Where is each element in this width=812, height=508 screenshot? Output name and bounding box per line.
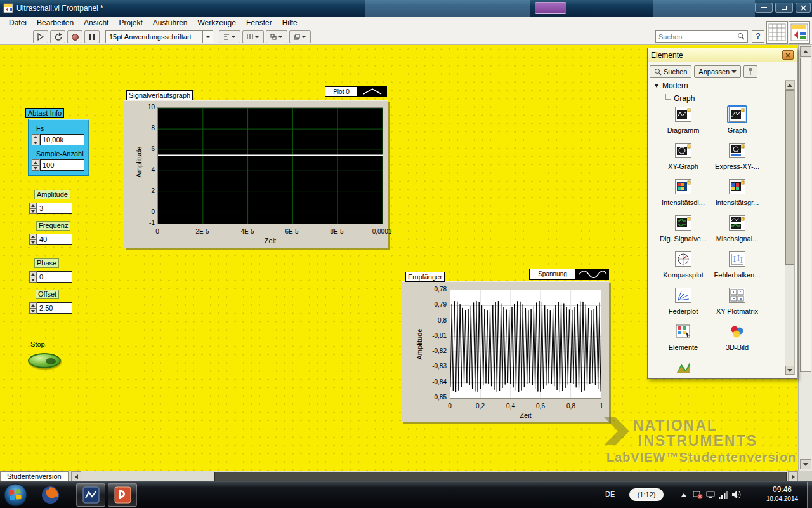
network-signal-icon[interactable] <box>718 490 728 500</box>
palette-item-express-xy-graph[interactable]: Express-XY-... <box>712 142 762 170</box>
menu-ausfuehren[interactable]: Ausführen <box>148 18 193 27</box>
sample-anzahl-spinner[interactable] <box>32 159 39 171</box>
removable-device-icon[interactable] <box>705 490 716 500</box>
palette-item-kompassplot[interactable]: Kompassplot <box>658 250 708 279</box>
palette-item-intensity-chart[interactable]: Intensitätsdi... <box>658 178 708 206</box>
scroll-up-icon[interactable] <box>785 81 794 90</box>
align-objects-button[interactable] <box>219 30 240 43</box>
palette-item-xy-graph[interactable]: XY-Graph <box>658 142 708 170</box>
help-button[interactable]: ? <box>752 30 764 43</box>
graph-label: Empfänger <box>405 272 445 282</box>
menu-ansicht[interactable]: Ansicht <box>79 18 114 27</box>
palette-item-xy-plotmatrix[interactable]: XY-Plotmatrix <box>712 286 762 315</box>
legend-plot-name[interactable]: Spannung <box>529 269 576 280</box>
palette-item-diagramm[interactable]: Diagramm <box>658 105 708 134</box>
pause-button[interactable] <box>84 30 100 43</box>
frequenz-field[interactable]: 40 <box>37 234 72 245</box>
palette-item-3d-bild[interactable]: 3D-Bild <box>712 323 762 351</box>
palette-scrollbar[interactable] <box>785 80 795 375</box>
tab-studentenversion[interactable]: Studentenversion <box>0 471 69 482</box>
palette-item-3d-surface[interactable] <box>658 359 708 379</box>
amplitude-spinner[interactable] <box>29 203 37 214</box>
resize-objects-button[interactable] <box>266 30 287 43</box>
palette-item-digital-waveform[interactable]: Dig. Signalve... <box>658 214 708 243</box>
run-button[interactable] <box>33 30 48 43</box>
speaker-icon[interactable] <box>731 490 741 500</box>
menu-hilfe[interactable]: Hilfe <box>277 18 303 27</box>
plot-legend[interactable]: Spannung <box>529 269 609 280</box>
plot-area[interactable] <box>157 107 383 224</box>
taskbar-app-labview[interactable] <box>76 483 105 507</box>
plot-area[interactable] <box>450 290 601 399</box>
sample-anzahl-field[interactable]: 100 <box>40 159 84 171</box>
offset-spinner[interactable] <box>29 302 37 314</box>
palette-tree-graph[interactable]: Graph <box>665 94 695 103</box>
menu-projekt[interactable]: Projekt <box>114 18 147 27</box>
fs-field[interactable]: 10,00k <box>40 134 84 145</box>
close-icon[interactable] <box>796 3 811 13</box>
scroll-up-icon[interactable] <box>800 46 811 57</box>
menu-werkzeuge[interactable]: Werkzeuge <box>192 18 240 27</box>
alignment-grid-icon[interactable] <box>766 21 788 44</box>
palette-item-federplot[interactable]: Federplot <box>658 286 708 315</box>
frequenz-spinner[interactable] <box>29 234 37 245</box>
window-titlebar[interactable]: Ultraschall.vi Frontpanel * <box>0 0 812 17</box>
watermark-instruments: INSTRUMENTS <box>638 432 757 450</box>
legend-line-sample-icon[interactable] <box>576 269 609 280</box>
stop-button[interactable] <box>28 353 61 368</box>
show-hidden-icons-button[interactable] <box>679 490 689 500</box>
scroll-down-icon[interactable] <box>785 366 794 375</box>
palette-customize-button[interactable]: Anpassen <box>694 65 741 78</box>
menu-bearbeiten[interactable]: Bearbeiten <box>32 18 79 27</box>
palette-item-mixed-signal[interactable]: Mischsignal... <box>712 214 762 243</box>
vi-icon[interactable] <box>789 21 810 44</box>
scrollbar-thumb[interactable] <box>785 90 794 265</box>
close-icon[interactable] <box>782 50 794 60</box>
legend-plot-name[interactable]: Plot 0 <box>325 86 358 97</box>
panel-vertical-scrollbar[interactable] <box>798 45 812 471</box>
scrollbar-thumb[interactable] <box>214 472 787 481</box>
plot-legend[interactable]: Plot 0 <box>325 86 387 97</box>
start-button[interactable] <box>4 483 27 508</box>
scroll-left-icon[interactable] <box>71 471 81 482</box>
palette-titlebar[interactable]: Elemente <box>648 48 797 62</box>
offset-field[interactable]: 2,50 <box>37 302 72 314</box>
palette-item-graph[interactable]: Graph <box>712 105 762 134</box>
font-selector[interactable]: 15pt Anwendungsschriftart <box>105 30 213 43</box>
chevron-down-icon[interactable] <box>202 31 213 43</box>
panel-horizontal-scrollbar[interactable]: Studentenversion <box>0 471 798 481</box>
abort-button[interactable] <box>67 30 82 43</box>
search-input[interactable] <box>656 33 735 41</box>
palette-item-elemente[interactable]: Elemente <box>658 323 708 351</box>
palette-search-button[interactable]: Suchen <box>650 65 691 78</box>
menu-fenster[interactable]: Fenster <box>241 18 277 27</box>
legend-line-sample-icon[interactable] <box>358 86 387 97</box>
run-continuously-button[interactable] <box>50 30 65 43</box>
taskbar-clock[interactable]: 09:46 18.04.2014 <box>759 485 806 502</box>
taskbar-app-powerpoint[interactable] <box>108 483 137 507</box>
scroll-right-icon[interactable] <box>788 471 798 482</box>
menu-datei[interactable]: Datei <box>4 18 32 27</box>
phase-field[interactable]: 0 <box>37 271 72 283</box>
firefox-icon[interactable] <box>41 485 60 507</box>
show-desktop-button[interactable] <box>807 482 812 508</box>
palette-item-intensity-graph[interactable]: Intensitätsgr... <box>712 178 762 206</box>
scroll-down-icon[interactable] <box>800 459 811 469</box>
battery-time-indicator[interactable]: (1:12) <box>629 488 664 501</box>
maximize-icon[interactable] <box>775 3 793 13</box>
distribute-objects-button[interactable] <box>242 30 264 43</box>
phase-spinner[interactable] <box>29 271 37 283</box>
pin-icon[interactable] <box>743 65 757 78</box>
fs-spinner[interactable] <box>32 134 39 145</box>
network-error-icon[interactable] <box>693 490 703 500</box>
cluster-label[interactable]: Abtast-Info <box>25 108 64 118</box>
language-indicator[interactable]: DE <box>605 490 615 498</box>
digital-waveform-icon <box>673 214 693 232</box>
search-icon[interactable] <box>735 31 747 43</box>
amplitude-field[interactable]: 3 <box>37 203 72 214</box>
scrollbar-thumb[interactable] <box>800 58 811 372</box>
reorder-objects-button[interactable] <box>289 30 311 43</box>
palette-tree-modern[interactable]: Modern <box>654 81 688 90</box>
palette-item-fehlerbalken[interactable]: Fehlerbalken... <box>712 250 762 279</box>
minimize-icon[interactable] <box>755 3 773 13</box>
